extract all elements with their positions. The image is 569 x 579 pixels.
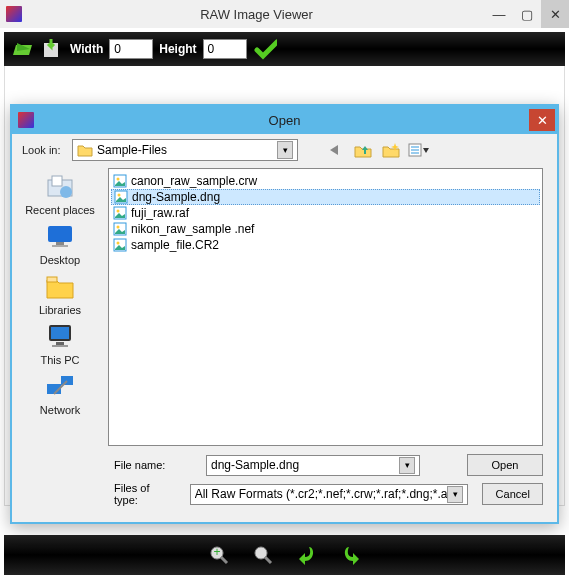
file-name: nikon_raw_sample .nef <box>131 222 254 236</box>
chevron-down-icon[interactable]: ▾ <box>447 486 463 503</box>
image-file-icon <box>113 206 127 220</box>
dialog-titlebar: Open ✕ <box>12 106 557 134</box>
svg-point-33 <box>117 242 120 245</box>
svg-rect-18 <box>51 327 69 339</box>
place-this-pc[interactable]: This PC <box>20 320 100 366</box>
dialog-close-button[interactable]: ✕ <box>529 109 555 131</box>
filename-label: File name: <box>114 459 192 471</box>
main-toolbar: Width Height <box>4 32 565 66</box>
titlebar: RAW Image Viewer — ▢ ✕ <box>0 0 569 28</box>
filetype-combo[interactable]: All Raw Formats (*.cr2;*.nef;*.crw;*.raf… <box>190 484 469 505</box>
image-file-icon <box>113 238 127 252</box>
this-pc-icon <box>44 320 76 352</box>
file-item[interactable]: fuji_raw.raf <box>111 205 540 221</box>
svg-rect-20 <box>52 345 68 347</box>
svg-point-27 <box>118 194 121 197</box>
svg-text:+: + <box>213 545 220 559</box>
svg-line-5 <box>265 557 271 563</box>
bottom-toolbar: + <box>4 535 565 575</box>
file-list[interactable]: canon_raw_sample.crwdng-Sample.dngfuji_r… <box>108 168 543 446</box>
zoom-out-icon[interactable] <box>251 543 275 567</box>
svg-rect-19 <box>56 342 64 345</box>
svg-rect-22 <box>61 376 73 385</box>
svg-rect-11 <box>52 176 62 186</box>
save-file-icon[interactable] <box>40 37 64 61</box>
file-name: fuji_raw.raf <box>131 206 189 220</box>
lookin-label: Look in: <box>22 144 66 156</box>
dialog-body: Recent places Desktop Libraries This PC … <box>12 166 557 450</box>
open-file-icon[interactable] <box>10 37 34 61</box>
lookin-combo[interactable]: Sample-Files ▾ <box>72 139 298 161</box>
maximize-button[interactable]: ▢ <box>513 0 541 28</box>
filename-input[interactable]: dng-Sample.dng ▾ <box>206 455 420 476</box>
file-item[interactable]: dng-Sample.dng <box>111 189 540 205</box>
window-title: RAW Image Viewer <box>28 7 485 22</box>
filetype-label: Files of type: <box>114 482 176 506</box>
close-button[interactable]: ✕ <box>541 0 569 28</box>
chevron-down-icon[interactable]: ▾ <box>277 141 293 159</box>
folder-icon <box>77 143 93 157</box>
svg-point-31 <box>117 226 120 229</box>
image-file-icon <box>114 190 128 204</box>
dialog-bottom: File name: dng-Sample.dng ▾ Open Files o… <box>12 450 557 522</box>
place-label: Desktop <box>40 254 80 266</box>
svg-point-12 <box>60 186 72 198</box>
desktop-icon <box>44 220 76 252</box>
place-label: This PC <box>40 354 79 366</box>
file-name: dng-Sample.dng <box>132 190 220 204</box>
place-network[interactable]: Network <box>20 370 100 416</box>
chevron-down-icon[interactable]: ▾ <box>399 457 415 474</box>
lookin-row: Look in: Sample-Files ▾ <box>12 134 557 166</box>
svg-rect-16 <box>47 277 57 282</box>
svg-line-2 <box>221 557 227 563</box>
height-input[interactable] <box>203 39 247 59</box>
file-item[interactable]: canon_raw_sample.crw <box>111 173 540 189</box>
rotate-right-icon[interactable] <box>339 543 363 567</box>
apply-icon[interactable] <box>253 37 277 61</box>
place-recent[interactable]: Recent places <box>20 170 100 216</box>
dialog-app-icon <box>18 112 34 128</box>
dialog-title: Open <box>40 113 529 128</box>
width-label: Width <box>70 42 103 56</box>
place-label: Network <box>40 404 80 416</box>
view-menu-icon[interactable] <box>408 139 430 161</box>
file-name: sample_file.CR2 <box>131 238 219 252</box>
place-label: Libraries <box>39 304 81 316</box>
zoom-in-icon[interactable]: + <box>207 543 231 567</box>
back-icon[interactable] <box>324 139 346 161</box>
place-libraries[interactable]: Libraries <box>20 270 100 316</box>
svg-rect-15 <box>52 245 68 247</box>
filetype-value: All Raw Formats (*.cr2;*.nef;*.crw;*.raf… <box>195 487 448 501</box>
up-folder-icon[interactable] <box>352 139 374 161</box>
filename-value: dng-Sample.dng <box>211 458 299 472</box>
open-button[interactable]: Open <box>467 454 543 476</box>
open-dialog: Open ✕ Look in: Sample-Files ▾ Recent pl… <box>10 104 559 524</box>
svg-rect-14 <box>56 242 64 245</box>
file-item[interactable]: sample_file.CR2 <box>111 237 540 253</box>
width-input[interactable] <box>109 39 153 59</box>
rotate-left-icon[interactable] <box>295 543 319 567</box>
file-item[interactable]: nikon_raw_sample .nef <box>111 221 540 237</box>
new-folder-icon[interactable] <box>380 139 402 161</box>
image-file-icon <box>113 174 127 188</box>
file-name: canon_raw_sample.crw <box>131 174 257 188</box>
window-controls: — ▢ ✕ <box>485 0 569 28</box>
app-icon <box>6 6 22 22</box>
network-icon <box>44 370 76 402</box>
libraries-icon <box>44 270 76 302</box>
height-label: Height <box>159 42 196 56</box>
place-label: Recent places <box>25 204 95 216</box>
svg-rect-13 <box>48 226 72 242</box>
places-bar: Recent places Desktop Libraries This PC … <box>12 166 108 450</box>
svg-point-29 <box>117 210 120 213</box>
place-desktop[interactable]: Desktop <box>20 220 100 266</box>
cancel-button[interactable]: Cancel <box>482 483 543 505</box>
recent-places-icon <box>44 170 76 202</box>
minimize-button[interactable]: — <box>485 0 513 28</box>
lookin-value: Sample-Files <box>97 143 167 157</box>
svg-point-25 <box>117 178 120 181</box>
image-file-icon <box>113 222 127 236</box>
